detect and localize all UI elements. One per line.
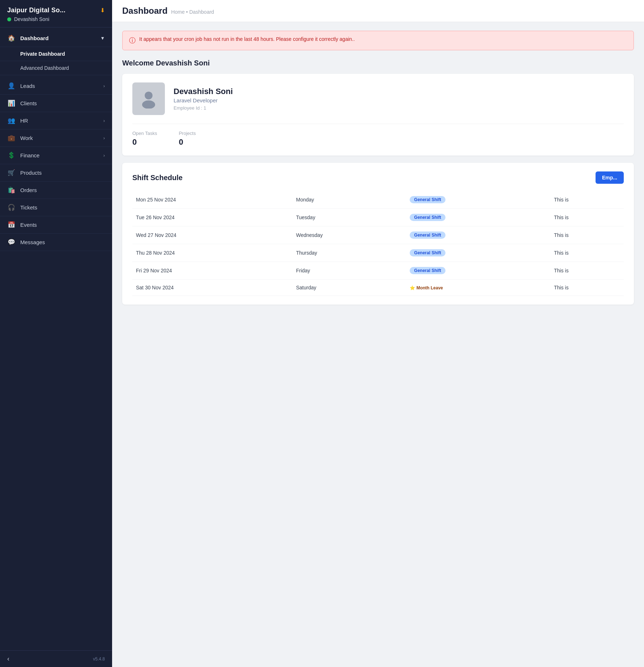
shift-note: This is [550, 244, 624, 262]
sidebar-footer: ‹ v5.4.8 [0, 650, 112, 667]
stat-projects: Projects 0 [179, 131, 196, 147]
nav-item-orders[interactable]: 🛍️ Orders [0, 182, 112, 199]
nav-item-finance[interactable]: 💲 Finance › [0, 147, 112, 164]
nav-label-orders: Orders [20, 187, 105, 193]
nav-label-products: Products [20, 170, 105, 176]
breadcrumb: Home • Dashboard [171, 9, 214, 15]
profile-name: Devashish Soni [174, 87, 233, 96]
sidebar-version: v5.4.8 [93, 657, 105, 662]
sidebar-collapse-button[interactable]: ‹ [7, 655, 9, 663]
shift-table: Mon 25 Nov 2024MondayGeneral ShiftThis i… [132, 191, 624, 296]
dashboard-submenu: Private Dashboard Advanced Dashboard [0, 47, 112, 75]
emp-button[interactable]: Emp... [596, 171, 624, 184]
shift-title: Shift Schedule [132, 174, 183, 182]
alert-banner: ⓘ It appears that your cron job has not … [122, 31, 634, 50]
nav-label-finance: Finance [20, 152, 98, 158]
shift-badge: General Shift [410, 196, 445, 203]
nav-label-clients: Clients [20, 100, 105, 106]
svg-point-0 [145, 92, 153, 99]
nav-item-advanced-dashboard[interactable]: Advanced Dashboard [0, 61, 112, 75]
nav-item-messages[interactable]: 💬 Messages [0, 234, 112, 251]
user-row: Devashish Soni [7, 16, 105, 22]
shift-day: Tuesday [293, 209, 406, 226]
arrow-right-icon-hr: › [103, 118, 105, 123]
nav-item-leads[interactable]: 👤 Leads › [0, 77, 112, 95]
work-icon: 💼 [7, 134, 15, 142]
stat-projects-value: 0 [179, 137, 196, 147]
sidebar: Jaipur Digital So... ⬇ Devashish Soni 🏠 … [0, 0, 112, 667]
table-row: Wed 27 Nov 2024WednesdayGeneral ShiftThi… [132, 226, 624, 244]
shift-badge-leave: ⭐ Month Leave [410, 285, 443, 290]
arrow-right-icon-work: › [103, 135, 105, 141]
table-row: Fri 29 Nov 2024FridayGeneral ShiftThis i… [132, 262, 624, 280]
stat-open-tasks-label: Open Tasks [132, 131, 157, 136]
nav-label-dashboard: Dashboard [20, 35, 95, 41]
nav-item-dashboard[interactable]: 🏠 Dashboard ▼ [0, 30, 112, 47]
profile-card: Devashish Soni Laravel Developer Employe… [122, 74, 634, 156]
stat-projects-label: Projects [179, 131, 196, 136]
nav-item-work[interactable]: 💼 Work › [0, 129, 112, 147]
shift-date: Mon 25 Nov 2024 [132, 191, 293, 209]
svg-point-1 [142, 101, 155, 109]
alert-icon: ⓘ [129, 36, 136, 45]
messages-icon: 💬 [7, 238, 15, 246]
content-area: ⓘ It appears that your cron job has not … [112, 22, 644, 313]
table-row: Thu 28 Nov 2024ThursdayGeneral ShiftThis… [132, 244, 624, 262]
shift-note: This is [550, 262, 624, 280]
orders-icon: 🛍️ [7, 186, 15, 194]
products-icon: 🛒 [7, 169, 15, 177]
user-status-dot [7, 17, 11, 21]
arrow-right-icon: › [103, 83, 105, 89]
shift-note: This is [550, 226, 624, 244]
shift-day: Thursday [293, 244, 406, 262]
shift-type-cell: ⭐ Month Leave [406, 280, 550, 296]
nav-item-products[interactable]: 🛒 Products [0, 164, 112, 182]
shift-date: Tue 26 Nov 2024 [132, 209, 293, 226]
welcome-text: Welcome Devashish Soni [122, 59, 634, 67]
profile-stats: Open Tasks 0 Projects 0 [132, 124, 624, 147]
arrow-right-icon-finance: › [103, 153, 105, 158]
nav-item-hr[interactable]: 👥 HR › [0, 112, 112, 129]
nav-label-tickets: Tickets [20, 204, 105, 211]
shift-day: Saturday [293, 280, 406, 296]
finance-icon: 💲 [7, 152, 15, 159]
nav-item-clients[interactable]: 📊 Clients [0, 95, 112, 112]
chevron-down-icon: ▼ [100, 35, 105, 41]
sidebar-username: Devashish Soni [14, 16, 49, 22]
shift-type-cell: General Shift [406, 209, 550, 226]
main-content: Dashboard Home • Dashboard ⓘ It appears … [112, 0, 644, 667]
shift-card: Shift Schedule Emp... Mon 25 Nov 2024Mon… [122, 163, 634, 305]
shift-day: Wednesday [293, 226, 406, 244]
shift-header: Shift Schedule Emp... [132, 171, 624, 184]
shift-table-body: Mon 25 Nov 2024MondayGeneral ShiftThis i… [132, 191, 624, 296]
profile-emp-id: Employee Id : 1 [174, 105, 233, 111]
alert-message: It appears that your cron job has not ru… [139, 36, 355, 42]
nav-item-events[interactable]: 📅 Events [0, 216, 112, 234]
shift-type-cell: General Shift [406, 244, 550, 262]
table-row: Mon 25 Nov 2024MondayGeneral ShiftThis i… [132, 191, 624, 209]
shift-date: Wed 27 Nov 2024 [132, 226, 293, 244]
sidebar-header-arrow-icon[interactable]: ⬇ [100, 7, 105, 14]
clients-icon: 📊 [7, 99, 15, 107]
shift-note: This is [550, 191, 624, 209]
avatar [132, 82, 165, 115]
leads-icon: 👤 [7, 82, 15, 90]
shift-badge: General Shift [410, 214, 445, 221]
shift-type-cell: General Shift [406, 226, 550, 244]
topbar: Dashboard Home • Dashboard [112, 0, 644, 22]
hr-icon: 👥 [7, 117, 15, 124]
shift-date: Fri 29 Nov 2024 [132, 262, 293, 280]
nav-item-tickets[interactable]: 🎧 Tickets [0, 199, 112, 216]
nav-item-private-dashboard[interactable]: Private Dashboard [0, 47, 112, 61]
table-row: Tue 26 Nov 2024TuesdayGeneral ShiftThis … [132, 209, 624, 226]
profile-role: Laravel Developer [174, 97, 233, 103]
profile-details: Devashish Soni Laravel Developer Employe… [174, 87, 233, 111]
home-icon: 🏠 [7, 34, 15, 42]
user-avatar-svg [139, 89, 158, 109]
shift-badge: General Shift [410, 231, 445, 239]
shift-badge: General Shift [410, 267, 445, 274]
nav-label-work: Work [20, 135, 98, 141]
sidebar-header: Jaipur Digital So... ⬇ Devashish Soni [0, 0, 112, 27]
profile-inner: Devashish Soni Laravel Developer Employe… [132, 82, 624, 115]
tickets-icon: 🎧 [7, 204, 15, 211]
